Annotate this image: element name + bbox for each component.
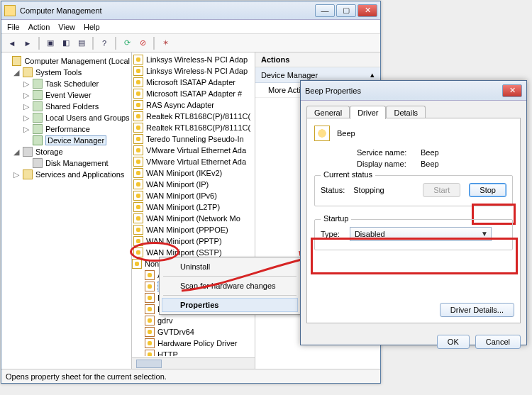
adapter-icon bbox=[133, 213, 143, 223]
properties-toolbtn[interactable]: ▤ bbox=[75, 37, 88, 50]
tree-item-performance[interactable]: ▷Performance bbox=[23, 123, 130, 135]
device-item[interactable]: WAN Miniport (Network Mo bbox=[133, 213, 255, 224]
gear-icon bbox=[314, 126, 330, 141]
beep-properties-dialog[interactable]: Beep Properties ✕ General Driver Details… bbox=[300, 80, 527, 345]
storage-icon bbox=[23, 147, 33, 157]
driver-details-button[interactable]: Driver Details... bbox=[440, 303, 514, 317]
tree-services-apps[interactable]: ▷Services and Applications bbox=[13, 169, 130, 180]
uninstall-toolbtn[interactable]: ⊘ bbox=[136, 37, 149, 50]
display-name-value: Beep bbox=[421, 160, 439, 168]
device-label: WAN Miniport (Network Mo bbox=[146, 214, 240, 223]
extra-toolbtn[interactable]: ✶ bbox=[159, 37, 172, 50]
tree-item-disk-management[interactable]: Disk Management bbox=[23, 157, 130, 169]
tree-root[interactable]: Computer Management (Local bbox=[3, 55, 130, 67]
device-item[interactable]: Teredo Tunneling Pseudo-In bbox=[133, 133, 255, 145]
device-item[interactable]: Realtek RTL8168C(P)/8111C( bbox=[133, 122, 255, 133]
tab-label: Driver bbox=[358, 109, 378, 117]
menu-help[interactable]: Help bbox=[84, 23, 100, 31]
adapter-icon bbox=[133, 123, 143, 133]
maximize-button[interactable]: ▢ bbox=[336, 4, 356, 17]
tools-icon bbox=[23, 67, 33, 77]
device-item[interactable]: VMware Virtual Ethernet Ada bbox=[133, 156, 255, 167]
device-item[interactable]: HTTP bbox=[145, 349, 255, 356]
ctx-scan[interactable]: Scan for hardware changes bbox=[162, 279, 298, 293]
device-item[interactable]: Microsoft ISATAP Adapter bbox=[133, 77, 255, 88]
ok-button[interactable]: OK bbox=[437, 335, 470, 349]
tree-item-shared-folders[interactable]: ▷Shared Folders bbox=[23, 101, 130, 112]
menu-file[interactable]: File bbox=[7, 23, 20, 31]
disk-icon bbox=[33, 158, 43, 168]
users-icon bbox=[33, 113, 43, 123]
perf-icon bbox=[33, 124, 43, 134]
cancel-button[interactable]: Cancel bbox=[475, 335, 521, 349]
device-item[interactable]: Hardware Policy Driver bbox=[145, 338, 255, 349]
device-item[interactable]: WAN Miniport (IKEv2) bbox=[133, 167, 255, 179]
back-button[interactable]: ◄ bbox=[6, 37, 18, 50]
current-status-legend: Current status bbox=[321, 170, 375, 179]
titlebar[interactable]: Computer Management — ▢ ✕ bbox=[1, 1, 380, 20]
help-toolbtn[interactable]: ? bbox=[98, 37, 111, 50]
annotation-ellipse bbox=[130, 242, 179, 262]
driver-icon bbox=[145, 293, 155, 303]
tree-label: Disk Management bbox=[45, 159, 109, 167]
device-item[interactable]: Linksys Wireless-N PCI Adap bbox=[133, 65, 255, 77]
tree-item-device-manager[interactable]: Device Manager bbox=[23, 135, 130, 146]
scan-toolbtn[interactable]: ⟳ bbox=[121, 37, 133, 50]
close-button[interactable]: ✕ bbox=[358, 4, 377, 17]
ctx-label: Uninstall bbox=[180, 262, 210, 271]
h-scrollbar[interactable] bbox=[132, 357, 255, 369]
device-label: HTTP bbox=[157, 350, 178, 356]
ctx-label: Properties bbox=[180, 301, 218, 309]
tab-driver[interactable]: Driver bbox=[350, 106, 386, 119]
tree-item-task-scheduler[interactable]: ▷Task Scheduler bbox=[23, 78, 130, 89]
ctx-uninstall[interactable]: Uninstall bbox=[162, 260, 298, 274]
show-hide-button[interactable]: ◧ bbox=[60, 37, 72, 50]
menu-view[interactable]: View bbox=[58, 23, 75, 31]
device-item[interactable]: Realtek RTL8168C(P)/8111C( bbox=[133, 111, 255, 122]
forward-button[interactable]: ► bbox=[21, 37, 34, 50]
adapter-icon bbox=[133, 111, 143, 121]
device-item[interactable]: VMware Virtual Ethernet Ada bbox=[133, 145, 255, 156]
service-name-value: Beep bbox=[421, 148, 439, 157]
btn-label: Stop bbox=[480, 186, 496, 194]
menubar[interactable]: File Action View Help bbox=[1, 20, 380, 34]
dialog-tabs: General Driver Details bbox=[306, 105, 521, 118]
driver-icon bbox=[145, 350, 155, 356]
tab-label: Details bbox=[394, 109, 418, 117]
dialog-close-button[interactable]: ✕ bbox=[502, 84, 522, 97]
context-menu[interactable]: Uninstall Scan for hardware changes Prop… bbox=[159, 257, 301, 315]
device-item[interactable]: gdrv bbox=[145, 315, 255, 326]
device-label: VMware Virtual Ethernet Ada bbox=[146, 157, 246, 166]
adapter-icon bbox=[133, 55, 143, 65]
tree-item-local-users[interactable]: ▷Local Users and Groups bbox=[23, 112, 130, 123]
navigation-tree[interactable]: Computer Management (Local ◢System Tools… bbox=[1, 52, 132, 369]
device-label: Hardware Policy Driver bbox=[157, 339, 237, 347]
btn-label: OK bbox=[448, 338, 459, 346]
dialog-titlebar[interactable]: Beep Properties ✕ bbox=[301, 81, 526, 101]
device-item[interactable]: WAN Miniport (IPv6) bbox=[133, 190, 255, 201]
scroll-thumb[interactable] bbox=[136, 360, 162, 368]
device-item[interactable]: WAN Miniport (IP) bbox=[133, 179, 255, 190]
device-item[interactable]: WAN Miniport (L2TP) bbox=[133, 201, 255, 213]
collapse-icon[interactable]: ▴ bbox=[370, 70, 375, 79]
device-item[interactable]: RAS Async Adapter bbox=[133, 99, 255, 111]
tab-label: General bbox=[314, 109, 342, 117]
tree-system-tools[interactable]: ◢System Tools bbox=[13, 67, 130, 78]
adapter-icon bbox=[133, 89, 143, 99]
stop-button[interactable]: Stop bbox=[469, 183, 506, 197]
device-item[interactable]: Linksys Wireless-N PCI Adap bbox=[133, 54, 255, 65]
device-item[interactable]: WAN Miniport (PPPOE) bbox=[133, 224, 255, 235]
tree-label: Local Users and Groups bbox=[45, 113, 130, 122]
tree-item-event-viewer[interactable]: ▷Event Viewer bbox=[23, 89, 130, 101]
menu-action[interactable]: Action bbox=[28, 23, 50, 31]
ctx-properties[interactable]: Properties bbox=[162, 298, 298, 312]
device-item[interactable]: GVTDrv64 bbox=[145, 326, 255, 338]
tree-storage[interactable]: ◢Storage bbox=[13, 146, 130, 157]
app-icon bbox=[4, 5, 16, 16]
up-button[interactable]: ▣ bbox=[44, 37, 57, 50]
start-button[interactable]: Start bbox=[423, 183, 460, 197]
device-list[interactable]: Linksys Wireless-N PCI AdapLinksys Wirel… bbox=[132, 52, 255, 369]
minimize-button[interactable]: — bbox=[315, 4, 335, 17]
toolbar: ◄ ► ▣ ◧ ▤ ? ⟳ ⊘ ✶ bbox=[1, 34, 380, 52]
device-item[interactable]: Microsoft ISATAP Adapter # bbox=[133, 88, 255, 99]
